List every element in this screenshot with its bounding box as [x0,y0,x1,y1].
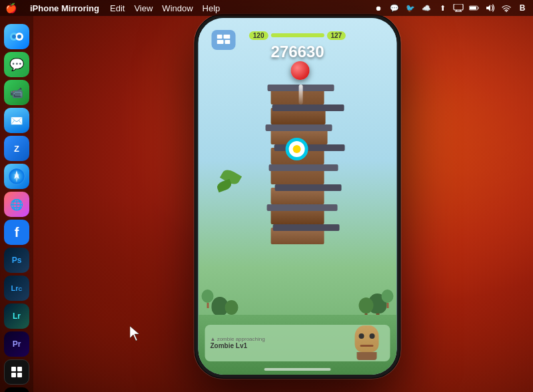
home-bar [265,368,331,371]
dock-icon-premiere[interactable]: Pr [4,331,29,357]
dock-icon-safari[interactable] [4,164,29,189]
svg-point-12 [17,35,21,39]
volume-icon[interactable] [485,3,496,13]
bg-tree-5 [202,290,214,308]
zombie-name-label: Zombie Lv1 [211,342,265,349]
dock-icon-lightroom[interactable]: Lr [4,303,29,329]
svg-rect-18 [11,373,16,377]
bg-tree-6 [382,290,394,308]
svg-rect-28 [225,40,231,44]
menu-window[interactable]: Window [162,3,193,13]
dock-icon-mail[interactable]: ✉️ [4,108,29,133]
dock-icon-finalcut[interactable] [4,387,29,392]
record-icon[interactable]: ⏺ [373,3,384,13]
score-level-current: 120 [249,31,268,40]
dock-icon-facebook[interactable]: f [4,220,29,245]
svg-point-8 [506,11,507,12]
menu-edit[interactable]: Edit [110,3,125,13]
svg-rect-5 [470,7,476,9]
menubar-right: ⏺ 💬 🐦 ☁️ ⬆ [373,3,528,13]
bluetooth-icon[interactable]: B [517,3,528,13]
score-level-next: 127 [327,31,346,40]
menubar-items: Edit View Window Help [110,3,220,13]
svg-rect-26 [224,35,231,39]
dock-icon-messages[interactable]: 💬 [4,52,29,77]
svg-rect-0 [454,4,463,10]
dock: 💬 📹 ✉️ Z 🌐 f [0,16,33,392]
menu-help[interactable]: Help [203,3,221,13]
score-number: 276630 [249,43,346,61]
score-bar: 120 127 [249,31,346,40]
wifi-icon[interactable] [501,3,512,13]
zombie-sprite [350,325,384,360]
menu-view[interactable]: View [134,3,153,13]
dock-icon-photoshop[interactable]: Ps [4,248,29,273]
dock-icon-lightroom-classic[interactable]: LrC [4,276,29,301]
zombie-info-panel: ▲ zombie approaching Zombie Lv1 [211,336,265,349]
iphone-frame: 120 127 276630 [195,14,401,379]
svg-marker-7 [486,5,490,11]
display-icon[interactable] [453,3,464,13]
dock-icon-finder[interactable] [4,24,29,49]
dock-icon-arc[interactable]: 🌐 [4,192,29,217]
dock-icon-zoom[interactable]: Z [4,136,29,161]
svg-rect-27 [217,40,224,44]
dock-icon-facetime[interactable]: 📹 [4,80,29,105]
score-bar-fill [271,33,324,37]
cloud-icon[interactable]: ☁️ [421,3,432,13]
iphone-screen[interactable]: 120 127 276630 [199,18,397,375]
svg-rect-25 [217,35,223,39]
dock-icon-capcut[interactable] [4,359,29,385]
svg-rect-17 [17,367,22,371]
weibo-icon[interactable]: 🐦 [405,3,416,13]
iphone-device: 120 127 276630 [195,14,401,379]
menubar: 🍎 iPhone Mirroring Edit View Window Help… [0,0,533,16]
game-bottom-bar: ▲ zombie approaching Zombie Lv1 [205,325,390,361]
svg-rect-16 [11,367,16,371]
svg-point-11 [12,35,16,39]
game-score-area: 120 127 276630 [249,31,346,61]
upload-icon[interactable]: ⬆ [437,3,448,13]
game-menu-button[interactable] [212,30,236,50]
svg-rect-19 [17,373,22,377]
apple-logo-icon[interactable]: 🍎 [5,3,17,13]
menubar-app-name: iPhone Mirroring [30,3,99,13]
battery-icon[interactable] [469,3,480,13]
menubar-left: 🍎 iPhone Mirroring Edit View Window Help [5,3,220,13]
wechat-icon[interactable]: 💬 [389,3,400,13]
desktop: 🍎 iPhone Mirroring Edit View Window Help… [0,0,533,392]
